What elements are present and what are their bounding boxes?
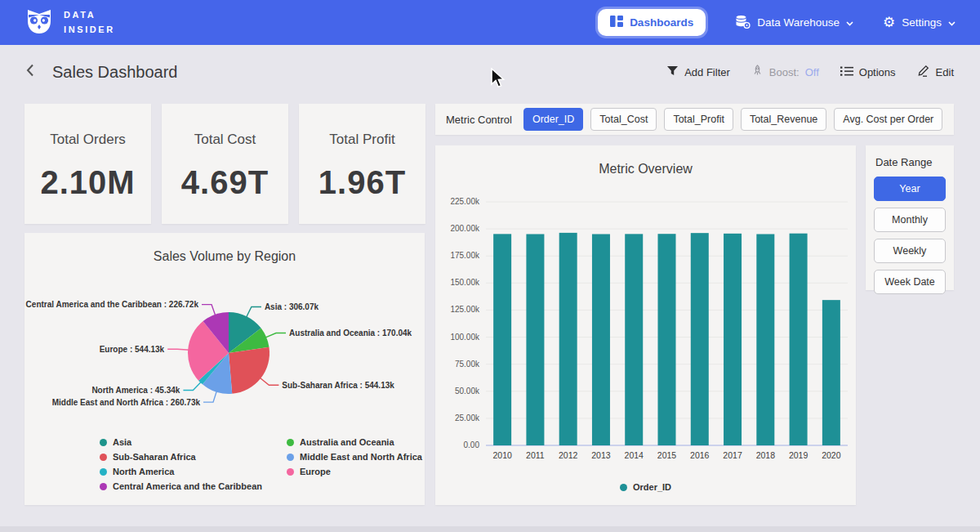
nav-settings-label: Settings bbox=[902, 16, 942, 29]
bar-2011[interactable] bbox=[526, 234, 544, 445]
metric-chip-total-cost[interactable]: Total_Cost bbox=[590, 108, 657, 131]
pie-label-asia: Asia : 306.07k bbox=[265, 302, 319, 311]
metric-chip-group: Order_IDTotal_CostTotal_ProfitTotal_Reve… bbox=[523, 108, 942, 131]
bar-2019[interactable] bbox=[790, 234, 808, 445]
legend-label: North America bbox=[113, 467, 174, 476]
legend-label: Sub-Saharan Africa bbox=[113, 452, 196, 462]
chart-title: Sales Volume by Region bbox=[24, 233, 425, 264]
sales-volume-pie-panel: Sales Volume by Region Asia : 306.07kAus… bbox=[24, 233, 425, 505]
add-filter-button[interactable]: Add Filter bbox=[666, 65, 730, 78]
y-tick-100.00k: 100.00k bbox=[450, 333, 480, 342]
bar-2010[interactable] bbox=[493, 234, 511, 445]
legend-dot bbox=[100, 454, 107, 461]
y-tick-75.00k: 75.00k bbox=[455, 360, 480, 369]
x-tick-2010: 2010 bbox=[492, 450, 512, 460]
legend-dot bbox=[287, 468, 294, 476]
bar-chart-legend: Order_ID bbox=[435, 482, 856, 492]
pencil-icon bbox=[917, 65, 930, 79]
filter-funnel-icon bbox=[666, 65, 679, 78]
page-header: Sales Dashboard Add Filter Boost: Off bbox=[0, 45, 980, 99]
bar-2018[interactable] bbox=[756, 234, 774, 445]
legend-item-central-america-and-the-caribbean: Central America and the Caribbean bbox=[100, 481, 262, 491]
kpi-label: Total Cost bbox=[162, 132, 288, 148]
pie-label-central-america-and-the-caribbean: Central America and the Caribbean : 226.… bbox=[26, 300, 199, 309]
rocket-icon bbox=[751, 65, 764, 79]
database-icon bbox=[735, 15, 751, 31]
legend-label: Europe bbox=[300, 467, 331, 476]
kpi-card-total-cost: Total Cost 4.69T bbox=[162, 104, 288, 224]
bar-2015[interactable] bbox=[658, 234, 676, 445]
legend-item-europe: Europe bbox=[287, 467, 422, 476]
date-range-weekly[interactable]: Weekly bbox=[874, 239, 946, 263]
x-tick-2019: 2019 bbox=[789, 450, 808, 460]
y-tick-50.00k: 50.00k bbox=[455, 387, 480, 396]
date-range-monthly[interactable]: Monthly bbox=[874, 208, 946, 232]
boost-toggle[interactable]: Boost: Off bbox=[751, 65, 819, 79]
date-range-button-group: YearMonthlyWeeklyWeek Date bbox=[874, 177, 946, 294]
bar-2016[interactable] bbox=[691, 233, 709, 445]
date-range-year[interactable]: Year bbox=[874, 177, 946, 201]
legend-dot bbox=[620, 484, 627, 491]
x-tick-2018: 2018 bbox=[756, 450, 776, 460]
metric-chip-avg-cost-per-order[interactable]: Avg. Cost per Order bbox=[834, 108, 942, 131]
pie-label-north-america: North America : 45.34k bbox=[91, 386, 180, 395]
bottom-edge bbox=[0, 526, 980, 532]
x-tick-2011: 2011 bbox=[526, 450, 545, 460]
pie-label-middle-east-and-north-africa: Middle East and North Africa : 260.73k bbox=[52, 398, 201, 407]
legend-item-north-america: North America bbox=[100, 467, 262, 476]
nav-data-warehouse-label: Data Warehouse bbox=[757, 16, 840, 29]
y-tick-125.00k: 125.00k bbox=[450, 305, 480, 314]
pie-chart-legend: AsiaSub-Saharan AfricaNorth AmericaCentr… bbox=[100, 437, 422, 491]
legend-dot bbox=[100, 439, 107, 446]
nav-dashboards-button[interactable]: Dashboards bbox=[598, 9, 706, 36]
bar-2017[interactable] bbox=[724, 234, 742, 445]
legend-label: Australia and Oceania bbox=[300, 437, 394, 447]
metric-control-bar: Metric Control Order_IDTotal_CostTotal_P… bbox=[435, 104, 954, 135]
x-tick-2015: 2015 bbox=[657, 450, 677, 460]
boost-status: Off bbox=[805, 66, 819, 78]
legend-item-sub-saharan-africa: Sub-Saharan Africa bbox=[100, 452, 262, 462]
kpi-label: Total Orders bbox=[24, 132, 151, 148]
pie-chart: Asia : 306.07kAustralia and Oceania : 17… bbox=[24, 272, 425, 444]
bar-2013[interactable] bbox=[592, 234, 610, 445]
y-tick-25.00k: 25.00k bbox=[455, 414, 480, 422]
metric-chip-total-profit[interactable]: Total_Profit bbox=[664, 108, 733, 131]
metric-chip-order-id[interactable]: Order_ID bbox=[523, 108, 583, 131]
legend-label: Middle East and North Africa bbox=[300, 452, 422, 462]
options-button[interactable]: Options bbox=[840, 66, 896, 78]
pie-label-europe: Europe : 544.13k bbox=[100, 345, 165, 354]
legend-dot bbox=[100, 468, 107, 476]
nav-dashboards-label: Dashboards bbox=[630, 16, 693, 29]
pie-legend-col-2: Australia and OceaniaMiddle East and Nor… bbox=[287, 437, 422, 491]
legend-label: Order_ID bbox=[633, 482, 671, 492]
y-tick-150.00k: 150.00k bbox=[450, 278, 480, 287]
x-tick-2013: 2013 bbox=[591, 450, 611, 460]
y-tick-225.00k: 225.00k bbox=[450, 197, 480, 206]
gear-icon: ⚙ bbox=[883, 16, 895, 29]
back-button[interactable] bbox=[26, 64, 34, 80]
kpi-value: 2.10M bbox=[24, 164, 151, 201]
kpi-value: 1.96T bbox=[299, 164, 425, 201]
x-tick-2014: 2014 bbox=[625, 450, 644, 460]
pie-label-sub-saharan-africa: Sub-Saharan Africa : 544.13k bbox=[282, 381, 394, 390]
edit-button[interactable]: Edit bbox=[917, 65, 954, 79]
list-options-icon bbox=[840, 66, 853, 78]
legend-label: Asia bbox=[113, 437, 131, 447]
bar-2014[interactable] bbox=[625, 234, 643, 445]
legend-item-middle-east-and-north-africa: Middle East and North Africa bbox=[287, 452, 422, 462]
bar-2012[interactable] bbox=[559, 233, 577, 445]
x-tick-2020: 2020 bbox=[822, 450, 841, 460]
metric-chip-total-revenue[interactable]: Total_Revenue bbox=[741, 108, 826, 131]
nav-data-warehouse[interactable]: Data Warehouse bbox=[735, 15, 853, 31]
legend-item-order_id: Order_ID bbox=[620, 482, 671, 492]
date-range-week-date[interactable]: Week Date bbox=[874, 270, 946, 294]
x-tick-2016: 2016 bbox=[690, 450, 710, 460]
x-tick-2012: 2012 bbox=[559, 450, 578, 460]
bar-2020[interactable] bbox=[822, 300, 840, 445]
legend-dot bbox=[287, 439, 294, 446]
pie-slice-sub-saharan-africa[interactable] bbox=[229, 347, 270, 394]
legend-dot bbox=[287, 454, 294, 461]
bar-chart: 0.0025.00k50.00k75.00k100.00k125.00k150.… bbox=[435, 190, 856, 472]
kpi-card-total-profit: Total Profit 1.96T bbox=[299, 104, 425, 224]
nav-settings[interactable]: ⚙ Settings bbox=[883, 16, 956, 29]
